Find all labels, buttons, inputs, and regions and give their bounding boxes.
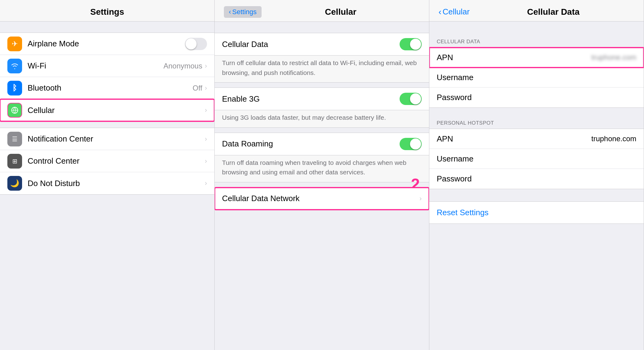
cellular-data-title: Cellular Data [472,7,634,17]
cellular-data-back-button[interactable]: ‹ Cellular [439,7,470,17]
panel-cellular: ‹ Settings Cellular Cellular Data Turn o… [215,0,429,350]
cellular-data-label: Cellular Data [222,40,400,49]
field-row-username[interactable]: Username [429,68,644,88]
bluetooth-label: Bluetooth [28,83,193,93]
cellular-back-label: Settings [232,8,257,16]
cellular-data-nav: ‹ Cellular Cellular Data [435,7,638,17]
cellular-data-network-chevron: › [420,195,422,203]
notification-center-label: Notification Center [28,134,205,144]
cellular-data-description: Turn off cellular data to restrict all d… [215,56,429,83]
do-not-disturb-icon: 🌙 [7,176,22,191]
cellular-title: Cellular [262,7,420,17]
reset-settings-link[interactable]: Reset Settings [429,201,644,224]
enable-3g-toggle[interactable] [400,93,422,105]
notification-center-icon: ☰ [7,132,22,146]
field-row-hotspot-username[interactable]: Username [429,149,644,169]
row-bluetooth[interactable]: ᛒ Bluetooth Off › [0,77,214,99]
cellular-data-section: Cellular Data [215,33,429,56]
cellular-data-toggle[interactable] [400,38,422,50]
field-row-hotspot-password[interactable]: Password [429,169,644,189]
bluetooth-icon: ᛒ [7,81,22,95]
cellular-chevron: › [205,106,207,114]
cellular-header: ‹ Settings Cellular [215,0,429,22]
control-center-chevron: › [205,157,207,165]
hotspot-password-label: Password [437,174,492,184]
cellular-data-back-label: Cellular [443,7,470,17]
apn-value: truphone.com [492,53,636,62]
cellular-data-network-label: Cellular Data Network [222,194,420,203]
do-not-disturb-label: Do Not Disturb [28,179,205,188]
control-center-icon: ⊞ [7,154,22,169]
cellular-data-fields-group: APN truphone.com 3 Username Password [429,47,644,108]
panel-settings: Settings ✈ Airplane Mode [0,0,215,350]
cellular-back-button[interactable]: ‹ Settings [224,6,262,18]
cellular-data-fields-section: CELLULAR DATA APN truphone.com 3 Usernam… [429,39,644,108]
username-label: Username [437,73,492,82]
bluetooth-chevron: › [205,84,207,92]
row-control-center[interactable]: ⊞ Control Center › [0,150,214,172]
data-roaming-knob [410,138,421,150]
airplane-mode-label: Airplane Mode [28,39,185,49]
wifi-label: Wi-Fi [28,61,163,71]
settings-header: Settings [0,0,214,21]
enable-3g-section: Enable 3G [215,88,429,110]
enable-3g-desc-text: Using 3G loads data faster, but may decr… [222,113,422,122]
cellular-data-desc-text: Turn off cellular data to restrict all d… [222,58,422,77]
cellular-data-content: CELLULAR DATA APN truphone.com 3 Usernam… [429,21,644,350]
data-roaming-description: Turn off data roaming when traveling to … [215,155,429,182]
row-wifi[interactable]: Wi-Fi Anonymous › [0,55,214,77]
cellular-label: Cellular [28,106,205,115]
notification-center-chevron: › [205,135,207,143]
field-row-hotspot-apn[interactable]: APN truphone.com [429,129,644,149]
cellular-data-header: ‹ Cellular Cellular Data [429,0,644,21]
bluetooth-value: Off [193,84,202,92]
airplane-icon: ✈ [7,37,22,51]
do-not-disturb-chevron: › [205,179,207,187]
settings-content: ✈ Airplane Mode Wi-Fi Anonymous › [0,21,214,350]
data-roaming-label: Data Roaming [222,139,400,149]
cellular-content: Cellular Data Turn off cellular data to … [215,22,429,350]
apn-label: APN [437,53,492,62]
row-cellular-data-network[interactable]: Cellular Data Network › [215,188,429,210]
cellular-data-network-section: Cellular Data Network › [215,187,429,210]
enable-3g-label: Enable 3G [222,94,400,104]
airplane-toggle-knob [186,38,197,49]
data-roaming-section: Data Roaming [215,133,429,155]
row-data-roaming[interactable]: Data Roaming [215,133,429,155]
field-row-apn[interactable]: APN truphone.com 3 [429,48,644,68]
data-roaming-toggle[interactable] [400,138,422,150]
hotspot-apn-value: truphone.com [492,134,636,143]
enable-3g-knob [410,93,421,104]
wifi-value: Anonymous [163,62,202,70]
cellular-data-knob [410,39,421,50]
settings-group-2: ☰ Notification Center › ⊞ Control Center… [0,128,214,195]
hotspot-apn-label: APN [437,134,492,144]
row-cellular[interactable]: Cellular › [0,99,214,121]
personal-hotspot-section: PERSONAL HOTSPOT APN truphone.com Userna… [429,120,644,189]
row-enable-3g[interactable]: Enable 3G [215,88,429,110]
row-do-not-disturb[interactable]: 🌙 Do Not Disturb › [0,172,214,194]
settings-group-1: ✈ Airplane Mode Wi-Fi Anonymous › [0,33,214,122]
password-label: Password [437,93,492,102]
row-airplane-mode[interactable]: ✈ Airplane Mode [0,33,214,55]
row-notification-center[interactable]: ☰ Notification Center › [0,128,214,150]
back-chevron-2-icon: ‹ [439,7,441,17]
row-cellular-data-toggle[interactable]: Cellular Data [215,33,429,55]
wifi-icon [7,59,22,73]
cellular-icon [7,103,22,118]
panel-cellular-data: ‹ Cellular Cellular Data CELLULAR DATA A… [429,0,644,350]
control-center-label: Control Center [28,156,205,166]
cellular-data-section-label: CELLULAR DATA [429,39,644,47]
data-roaming-desc-text: Turn off data roaming when traveling to … [222,158,422,177]
cellular-nav: ‹ Settings Cellular [221,6,423,18]
settings-title: Settings [90,7,124,17]
personal-hotspot-fields-group: APN truphone.com Username Password [429,129,644,189]
field-row-password[interactable]: Password [429,88,644,107]
back-chevron-icon: ‹ [229,8,231,16]
hotspot-username-label: Username [437,154,492,164]
personal-hotspot-section-label: PERSONAL HOTSPOT [429,120,644,129]
enable-3g-description: Using 3G loads data faster, but may decr… [215,110,429,128]
airplane-toggle[interactable] [185,38,207,50]
wifi-chevron: › [205,62,207,70]
